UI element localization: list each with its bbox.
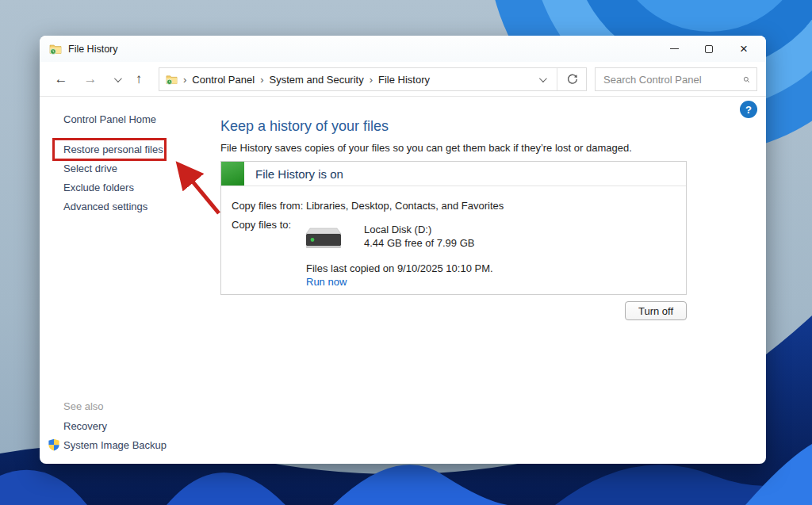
breadcrumb-control-panel[interactable]: Control Panel (192, 74, 255, 86)
forward-button[interactable]: → (80, 69, 101, 90)
title-bar: File History × (40, 36, 766, 62)
up-button[interactable]: ↑ (128, 69, 149, 90)
up-arrow-icon: ↑ (136, 71, 143, 87)
recent-pages-button[interactable] (106, 69, 127, 90)
sidebar-item-recovery[interactable]: Recovery (63, 420, 107, 432)
breadcrumb-separator: › (183, 74, 186, 86)
address-folder-icon (166, 74, 178, 86)
search-icon[interactable] (743, 74, 750, 86)
close-button[interactable]: × (726, 37, 761, 61)
sidebar-item-select-drive[interactable]: Select drive (63, 163, 117, 174)
copy-from-label: Copy files from: (232, 200, 303, 212)
page-description: File History saves copies of your files … (220, 142, 632, 154)
status-header: File History is on (221, 162, 686, 186)
back-button[interactable]: ← (51, 69, 71, 90)
desktop: File History × ← → ↑ › Control Pa (0, 0, 812, 505)
file-history-icon (49, 43, 62, 55)
close-icon: × (740, 42, 748, 55)
refresh-button[interactable] (562, 73, 583, 86)
status-title: File History is on (255, 167, 343, 181)
drive-space: 4.44 GB free of 7.99 GB (364, 237, 474, 249)
copy-to-label: Copy files to: (232, 219, 291, 231)
sidebar-item-system-image-backup[interactable]: System Image Backup (63, 439, 167, 451)
maximize-button[interactable] (691, 37, 726, 61)
drive-name: Local Disk (D:) (364, 224, 431, 235)
copy-from-value: Libraries, Desktop, Contacts, and Favori… (306, 200, 504, 212)
address-bar[interactable]: › Control Panel › System and Security › … (159, 67, 587, 91)
file-history-window: File History × ← → ↑ › Control Pa (40, 36, 766, 464)
breadcrumb-file-history[interactable]: File History (378, 74, 430, 86)
chevron-down-icon (538, 75, 546, 82)
uac-shield-icon (48, 438, 60, 451)
minimize-button[interactable] (657, 37, 691, 61)
see-also-heading: See also (63, 400, 104, 412)
maximize-icon (705, 45, 713, 53)
turn-off-button[interactable]: Turn off (625, 301, 687, 320)
refresh-icon (566, 73, 579, 86)
file-history-status-panel: File History is on Copy files from: Libr… (220, 161, 687, 295)
sidebar-item-advanced-settings[interactable]: Advanced settings (63, 201, 147, 212)
annotation-highlight-box (52, 138, 167, 161)
window-title: File History (68, 44, 118, 55)
status-on-indicator (221, 162, 244, 186)
forward-arrow-icon: → (84, 71, 98, 87)
help-button[interactable]: ? (740, 101, 757, 118)
navigation-bar: ← → ↑ › Control Panel › System and Secur… (40, 62, 766, 97)
search-box (595, 67, 757, 91)
divider (557, 68, 557, 90)
back-arrow-icon: ← (55, 71, 68, 87)
sidebar-item-control-panel-home[interactable]: Control Panel Home (63, 113, 156, 125)
breadcrumb-system-and-security[interactable]: System and Security (269, 74, 363, 86)
breadcrumb-separator: › (260, 74, 263, 86)
page-title: Keep a history of your files (220, 118, 389, 135)
chevron-down-icon (113, 75, 121, 82)
hard-drive-icon (304, 226, 343, 251)
run-now-link[interactable]: Run now (306, 276, 347, 288)
breadcrumb-separator: › (370, 74, 373, 86)
last-copied-text: Files last copied on 9/10/2025 10:10 PM. (306, 262, 493, 274)
search-input[interactable] (603, 74, 743, 86)
address-dropdown-button[interactable] (531, 69, 552, 90)
minimize-icon (670, 48, 679, 49)
sidebar-item-exclude-folders[interactable]: Exclude folders (63, 182, 134, 193)
